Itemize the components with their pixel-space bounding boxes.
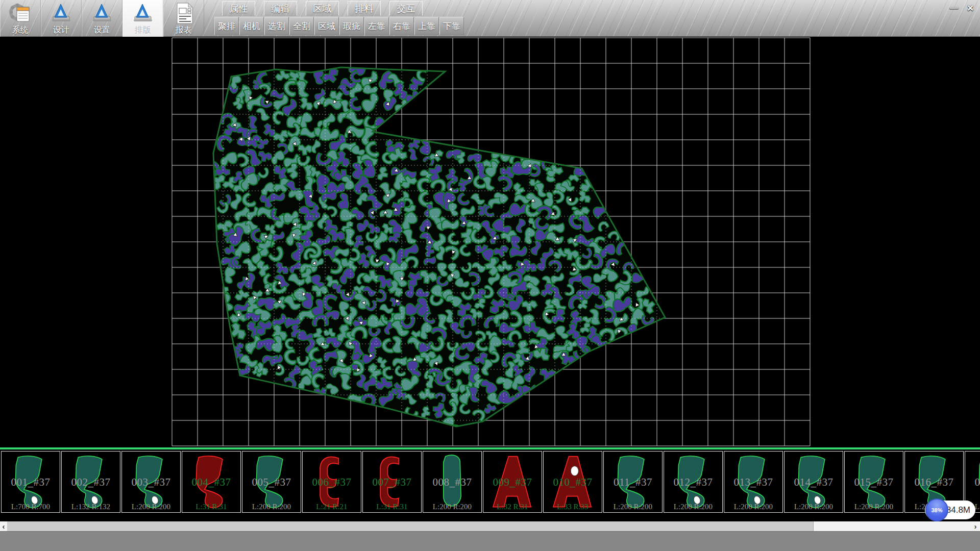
piece-lr-count-label: L:21 R:21 bbox=[303, 503, 361, 511]
tool-button-2[interactable]: 相机 bbox=[239, 17, 264, 35]
piece-id-label: 007_#37 bbox=[363, 476, 421, 489]
strip-item-012_#37[interactable]: 012_#37L:200 R:200 bbox=[664, 451, 723, 513]
tool-button-10[interactable]: 下靠 bbox=[439, 17, 464, 35]
piece-id-label: 001_#37 bbox=[2, 476, 60, 489]
piece-id-label: 017_#37 bbox=[965, 476, 980, 489]
mode-button-label: 报表 bbox=[176, 25, 192, 35]
piece-id-label: 003_#37 bbox=[122, 476, 180, 489]
strip-item-009_#37[interactable]: 009_#37L:32 R:31 bbox=[483, 451, 542, 513]
layout-icon bbox=[131, 2, 155, 25]
piece-id-label: 013_#37 bbox=[724, 476, 782, 489]
piece-lr-count-label: L:200 R:200 bbox=[242, 503, 301, 511]
main-mode-buttons: 系统设计设置排版报表 bbox=[0, 0, 204, 37]
scroll-right-arrow-icon[interactable]: › bbox=[972, 521, 979, 531]
strip-cells: 001_#37L:700 R:700002_#37L:132 R:132003_… bbox=[1, 451, 980, 513]
piece-lr-count-label: L:132 R:132 bbox=[62, 503, 120, 511]
piece-id-label: 014_#37 bbox=[785, 476, 843, 489]
piece-id-label: 006_#37 bbox=[303, 476, 361, 489]
tool-button-7[interactable]: 左靠 bbox=[364, 17, 389, 35]
piece-lr-count-label: L:200 R:200 bbox=[122, 503, 180, 511]
piece-lr-count-label: L:33 R:33 bbox=[544, 503, 602, 511]
main-toolbar: 系统设计设置排版报表 属性编辑区域排料交互 聚排相机选割全割区域瑕疵左靠右靠上靠… bbox=[0, 0, 980, 37]
menu-tab-4[interactable]: 排料 bbox=[348, 1, 381, 16]
piece-id-label: 010_#37 bbox=[544, 476, 602, 489]
strip-item-015_#37[interactable]: 015_#37L:200 R:200 bbox=[844, 451, 903, 513]
nesting-canvas[interactable] bbox=[0, 37, 980, 447]
strip-item-013_#37[interactable]: 013_#37L:200 R:200 bbox=[724, 451, 783, 513]
menu-tab-1[interactable]: 属性 bbox=[222, 1, 255, 16]
mode-button-5[interactable]: 报表 bbox=[163, 0, 204, 37]
piece-lr-count-label: L:200 R:200 bbox=[785, 503, 843, 511]
tool-button-8[interactable]: 右靠 bbox=[389, 17, 414, 35]
tool-button-row: 聚排相机选割全割区域瑕疵左靠右靠上靠下靠 bbox=[214, 17, 464, 35]
strip-accent-line bbox=[0, 447, 980, 449]
menu-tab-2[interactable]: 编辑 bbox=[264, 1, 297, 16]
piece-lr-count-label: L:200 R:200 bbox=[845, 503, 903, 511]
tool-button-6[interactable]: 瑕疵 bbox=[339, 17, 364, 35]
menu-tab-3[interactable]: 区域 bbox=[306, 1, 339, 16]
piece-id-label: 011_#37 bbox=[604, 476, 662, 489]
progress-value: 38% bbox=[931, 507, 942, 513]
piece-lr-count-label: L:32 R:31 bbox=[483, 503, 542, 511]
menu-tab-5[interactable]: 交互 bbox=[389, 1, 423, 16]
mode-button-label: 系统 bbox=[12, 25, 29, 35]
tool-button-3[interactable]: 选割 bbox=[264, 17, 289, 35]
piece-lr-count-label: L:200 R:200 bbox=[604, 503, 662, 511]
strip-item-004_#37[interactable]: 004_#37L:31 R:31 bbox=[182, 451, 241, 513]
system-icon bbox=[8, 2, 33, 25]
mode-button-3[interactable]: 设置 bbox=[82, 0, 122, 37]
scroll-left-arrow-icon[interactable]: ‹ bbox=[0, 521, 7, 531]
piece-lr-count-label: L:31 R:31 bbox=[363, 503, 421, 511]
mode-button-2[interactable]: 设计 bbox=[41, 0, 82, 37]
mode-button-label: 设计 bbox=[53, 25, 69, 35]
tool-button-9[interactable]: 上靠 bbox=[414, 17, 439, 35]
piece-lr-count-label: L:31 R:31 bbox=[182, 503, 240, 511]
strip-item-014_#37[interactable]: 014_#37L:200 R:200 bbox=[784, 451, 843, 513]
piece-id-label: 012_#37 bbox=[664, 476, 722, 489]
strip-item-005_#37[interactable]: 005_#37L:200 R:200 bbox=[242, 451, 301, 513]
piece-lr-count-label: L:200 R:200 bbox=[724, 503, 782, 511]
piece-lr-count-label: L:200 R:200 bbox=[423, 503, 481, 511]
piece-id-label: 002_#37 bbox=[62, 476, 120, 489]
piece-lr-count-label: L:700 R:700 bbox=[2, 503, 60, 511]
close-button[interactable]: ✕ bbox=[964, 3, 977, 14]
strip-item-008_#37[interactable]: 008_#37L:200 R:200 bbox=[423, 451, 482, 513]
scrollbar-thumb[interactable] bbox=[7, 521, 814, 531]
strip-item-007_#37[interactable]: 007_#37L:31 R:31 bbox=[362, 451, 422, 513]
report-icon bbox=[172, 2, 196, 25]
settings-icon bbox=[90, 2, 114, 25]
horizontal-scrollbar[interactable]: ‹ › bbox=[0, 521, 980, 531]
piece-id-label: 015_#37 bbox=[845, 476, 903, 489]
tool-button-5[interactable]: 区域 bbox=[314, 17, 339, 35]
tool-button-1[interactable]: 聚排 bbox=[214, 17, 239, 35]
strip-item-011_#37[interactable]: 011_#37L:200 R:200 bbox=[603, 451, 663, 513]
strip-item-003_#37[interactable]: 003_#37L:200 R:200 bbox=[121, 451, 181, 513]
mode-button-4[interactable]: 排版 bbox=[122, 0, 163, 37]
memory-badge: 384.8M 38% bbox=[925, 499, 976, 520]
strip-item-006_#37[interactable]: 006_#37L:21 R:21 bbox=[302, 451, 361, 513]
progress-circle: 38% bbox=[925, 498, 948, 521]
bottom-status-bar bbox=[0, 531, 980, 551]
menu-tab-row: 属性编辑区域排料交互 bbox=[222, 1, 423, 16]
strip-item-001_#37[interactable]: 001_#37L:700 R:700 bbox=[1, 451, 60, 513]
design-icon bbox=[49, 2, 74, 25]
piece-id-label: 016_#37 bbox=[905, 476, 963, 489]
minimize-button[interactable]: — bbox=[947, 3, 961, 14]
strip-item-010_#37[interactable]: 010_#37L:33 R:33 bbox=[543, 451, 602, 513]
mode-button-label: 排版 bbox=[135, 25, 151, 35]
piece-lr-count-label: L:200 R:200 bbox=[664, 503, 722, 511]
window-controls: — ✕ bbox=[947, 3, 977, 14]
piece-id-label: 004_#37 bbox=[182, 476, 240, 489]
pieces-strip: 001_#37L:700 R:700002_#37L:132 R:132003_… bbox=[0, 447, 980, 521]
mode-button-1[interactable]: 系统 bbox=[0, 0, 41, 37]
strip-item-002_#37[interactable]: 002_#37L:132 R:132 bbox=[61, 451, 120, 513]
tool-button-4[interactable]: 全割 bbox=[289, 17, 314, 35]
piece-id-label: 009_#37 bbox=[483, 476, 542, 489]
piece-id-label: 005_#37 bbox=[242, 476, 301, 489]
piece-id-label: 008_#37 bbox=[423, 476, 481, 489]
mode-button-label: 设置 bbox=[94, 25, 110, 35]
